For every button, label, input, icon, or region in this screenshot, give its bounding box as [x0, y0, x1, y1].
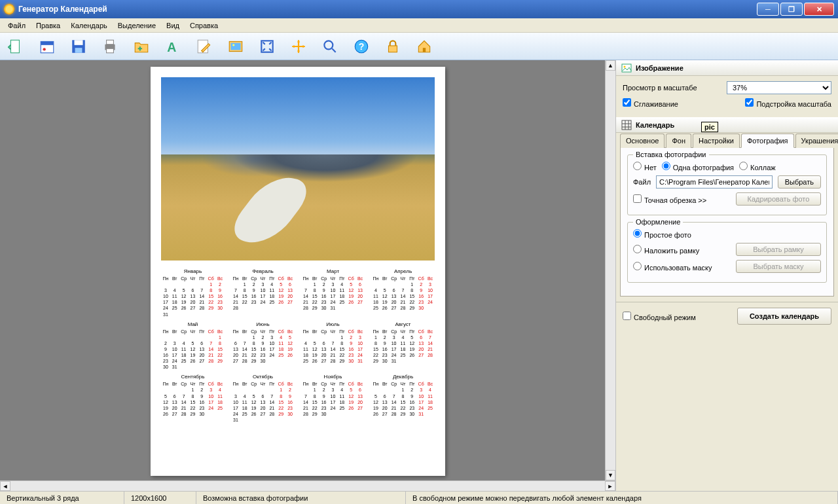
close-button[interactable]: ✕ — [804, 3, 834, 16]
tab-settings[interactable]: Настройки — [693, 134, 740, 148]
fit-icon[interactable] — [257, 36, 278, 57]
picture-icon[interactable] — [225, 36, 246, 57]
side-panel: Изображение Просмотр в масштабе 37% Сгла… — [615, 60, 838, 491]
choose-frame-button[interactable]: Выбрать рамку — [736, 243, 821, 256]
scale-select[interactable]: 37% — [727, 81, 831, 94]
tab-content-photo: Вставка фотографии Нет Одна фотография К… — [620, 148, 834, 297]
pic-tooltip: pic — [701, 122, 718, 132]
radio-none[interactable]: Нет — [633, 162, 657, 171]
menu-calendar[interactable]: Календарь — [65, 20, 113, 31]
canvas-area[interactable]: ЯнварьПнВтСрЧтПтСбВс12345678910111213141… — [0, 60, 605, 480]
crop-photo-button[interactable]: Кадрировать фото — [736, 192, 821, 206]
scroll-left-icon[interactable]: ◄ — [0, 481, 10, 491]
status-layout: Вертикальный 3 ряда — [0, 492, 124, 504]
calendar-section-header: Календарь pic — [616, 117, 838, 133]
title-bar: Генератор Календарей ─ ❐ ✕ — [0, 0, 838, 18]
insert-photo-group: Вставка фотографии Нет Одна фотография К… — [627, 154, 827, 215]
svg-rect-2 — [41, 41, 54, 45]
font-icon[interactable]: A — [162, 36, 183, 57]
radio-one-photo[interactable]: Одна фотография — [662, 162, 734, 171]
image-section-header: Изображение — [616, 60, 838, 76]
menu-bar: Файл Правка Календарь Выделение Вид Спра… — [0, 18, 838, 33]
horizontal-scrollbar[interactable]: ◄ ► — [0, 480, 615, 491]
radio-use-mask[interactable]: Использовать маску — [633, 262, 712, 272]
svg-point-22 — [624, 66, 626, 68]
menu-file[interactable]: Файл — [3, 20, 31, 31]
image-icon — [621, 63, 632, 73]
style-group: Оформление Простое фото Наложить рамку В… — [627, 222, 827, 283]
svg-rect-0 — [10, 40, 19, 53]
style-group-legend: Оформление — [633, 218, 683, 226]
calendar-grid: ЯнварьПнВтСрЧтПтСбВс12345678910111213141… — [161, 268, 435, 423]
calendar-photo — [161, 77, 435, 261]
calendar-page[interactable]: ЯнварьПнВтСрЧтПтСбВс12345678910111213141… — [151, 67, 445, 476]
home-icon[interactable] — [414, 36, 435, 57]
app-icon — [4, 4, 14, 14]
tab-bg[interactable]: Фон — [666, 134, 691, 148]
image-section-title: Изображение — [636, 64, 683, 72]
calendar-icon[interactable] — [37, 36, 58, 57]
maximize-button[interactable]: ❐ — [780, 3, 803, 16]
svg-rect-6 — [75, 48, 82, 53]
print-icon[interactable] — [100, 36, 120, 57]
svg-point-16 — [324, 41, 333, 49]
crop-checkbox[interactable]: Точная обрезка >> — [633, 194, 706, 204]
new-icon[interactable] — [5, 36, 26, 57]
panel-bottom-bar: Свободный режим Создать календарь — [616, 302, 838, 330]
edit-icon[interactable] — [194, 36, 215, 57]
file-path-input[interactable] — [656, 175, 773, 189]
lock-icon[interactable] — [382, 36, 403, 57]
menu-help[interactable]: Справка — [185, 20, 223, 31]
tab-photo[interactable]: Фотография — [741, 134, 794, 148]
file-label: Файл — [633, 178, 651, 186]
svg-text:A: A — [167, 39, 176, 54]
menu-selection[interactable]: Выделение — [113, 20, 161, 31]
vertical-scrollbar[interactable]: ▲ ▼ — [605, 60, 615, 480]
grid-icon — [621, 120, 632, 130]
move-icon[interactable] — [288, 36, 309, 57]
svg-point-14 — [232, 44, 234, 46]
calendar-section-title: Календарь — [636, 121, 674, 129]
svg-text:?: ? — [359, 41, 365, 52]
svg-point-3 — [43, 48, 46, 50]
tab-decor[interactable]: Украшения — [795, 134, 838, 148]
status-free-hint: В свободном режиме можно передвигать люб… — [406, 492, 838, 504]
window-title: Генератор Календарей — [18, 5, 107, 14]
radio-collage[interactable]: Коллаж — [739, 162, 776, 171]
menu-view[interactable]: Вид — [161, 20, 185, 31]
svg-rect-9 — [107, 48, 114, 53]
free-mode-checkbox[interactable]: Свободный режим — [623, 312, 696, 321]
tab-main[interactable]: Основное — [620, 134, 665, 148]
scroll-down-icon[interactable]: ▼ — [606, 470, 615, 480]
svg-rect-5 — [75, 40, 83, 45]
create-calendar-button[interactable]: Создать календарь — [737, 308, 831, 325]
status-size: 1200x1600 — [124, 492, 196, 504]
status-photo-hint: Возможна вставка фотографии — [196, 492, 406, 504]
svg-rect-23 — [622, 120, 631, 130]
scroll-right-icon[interactable]: ► — [605, 481, 615, 491]
fit-scale-checkbox[interactable]: Подстройка масштаба — [745, 98, 831, 108]
tab-bar: Основное Фон Настройки Фотография Украше… — [620, 133, 834, 148]
svg-rect-19 — [389, 45, 397, 52]
main-area: ЯнварьПнВтСрЧтПтСбВс12345678910111213141… — [0, 60, 838, 491]
svg-rect-8 — [107, 40, 114, 45]
save-icon[interactable] — [68, 36, 89, 57]
minimize-button[interactable]: ─ — [757, 3, 779, 16]
insert-group-legend: Вставка фотографии — [633, 151, 709, 158]
choose-file-button[interactable]: Выбрать — [778, 175, 821, 189]
scale-label: Просмотр в масштабе — [623, 84, 697, 92]
zoom-icon[interactable] — [319, 36, 340, 57]
scroll-up-icon[interactable]: ▲ — [606, 60, 615, 71]
svg-rect-20 — [423, 48, 426, 52]
svg-rect-13 — [230, 43, 240, 50]
folder-icon[interactable] — [131, 36, 152, 57]
choose-mask-button[interactable]: Выбрать маску — [736, 260, 821, 273]
radio-plain-photo[interactable]: Простое фото — [633, 229, 691, 239]
smoothing-checkbox[interactable]: Сглаживание — [623, 98, 678, 108]
help-icon[interactable]: ? — [351, 36, 372, 57]
window-buttons: ─ ❐ ✕ — [757, 3, 834, 16]
radio-apply-frame[interactable]: Наложить рамку — [633, 245, 699, 255]
toolbar: A ? — [0, 33, 838, 60]
menu-edit[interactable]: Правка — [31, 20, 65, 31]
status-bar: Вертикальный 3 ряда 1200x1600 Возможна в… — [0, 491, 838, 504]
